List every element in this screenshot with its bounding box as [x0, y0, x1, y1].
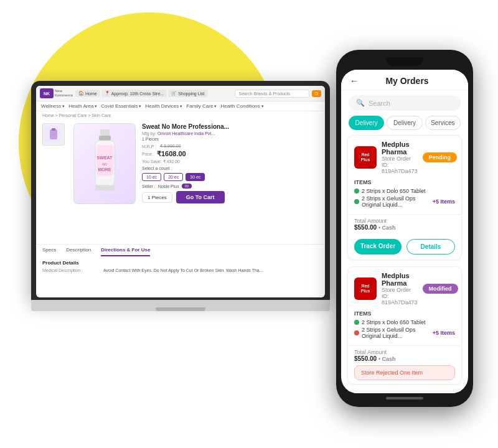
- store-info-2: Medplus Pharma Store Order ID: 819Ah7Da4…: [382, 272, 418, 306]
- browser-search[interactable]: Search Brands & Products: [235, 90, 309, 98]
- qty-20[interactable]: 20 ec: [164, 173, 183, 181]
- breadcrumb: Home > Personal Care > Skin Care: [36, 111, 325, 119]
- phone-search-bar[interactable]: 🔍 Search: [349, 95, 461, 111]
- item-dot-green: [354, 189, 359, 194]
- laptop-base: [31, 300, 330, 311]
- track-order-button[interactable]: Track Order: [354, 239, 402, 254]
- more-items-2: +5 Items: [433, 330, 455, 336]
- manufacturer-link[interactable]: Omron Healthcare India Pvt...: [157, 131, 215, 136]
- cart-row: 1 Pieces Go To Cart: [142, 191, 319, 203]
- product-thumbnails: [42, 123, 67, 240]
- phone-home-indicator: [341, 397, 468, 399]
- browser-action-btn[interactable]: O: [312, 90, 321, 97]
- seller-badge: 02: [182, 184, 192, 189]
- nav-health-conditions[interactable]: Health Conditions ▾: [220, 103, 263, 109]
- qty-dropdown[interactable]: 1 Pieces: [142, 192, 172, 203]
- browser-tab-home[interactable]: 🏠 Home: [75, 90, 100, 97]
- search-placeholder: Search: [369, 100, 390, 107]
- logo-box: NK: [40, 88, 54, 98]
- qty-selector[interactable]: 10 ec 20 ec 30 ec: [142, 173, 319, 181]
- med-description-row: Medical Description : Avoid Contact With…: [42, 268, 319, 273]
- nav-family-care[interactable]: Family Care ▾: [186, 103, 217, 109]
- store-rejected-bar: Store Rejected One Item: [354, 365, 455, 380]
- phone-header: ← My Orders: [341, 70, 468, 90]
- product-main-image: SWEAT NO MORE ♡: [73, 123, 136, 204]
- chevron-down-icon: ▾: [139, 104, 141, 109]
- laptop-screen: NK NewKommerce 🏠 Home 📍 Approxp, 10th Cr…: [36, 86, 325, 297]
- order-filter-tabs[interactable]: Delivery Delivery Services: [349, 116, 461, 130]
- order-card-1-header: RedPlus Medplus Pharma Store Order ID: 8…: [348, 136, 461, 179]
- tab-directions[interactable]: Directions & For Use: [101, 247, 150, 256]
- qty-10[interactable]: 10 ec: [142, 173, 161, 181]
- browser-tab-shopping[interactable]: 🛒 Shopping List: [168, 90, 207, 97]
- item-text-1-1: 2 Strips x Dolo 650 Tablet: [362, 188, 425, 194]
- phone-outer-shell: ← My Orders 🔍 Search Delivery Delivery S…: [336, 50, 473, 407]
- product-tabs: Specs Description Directions & For Use: [36, 244, 325, 256]
- nav-bar: Wellness ▾ Heath Area ▾ Covid Essentials…: [36, 101, 325, 111]
- original-price: ₹ 9,990.00: [160, 144, 181, 149]
- current-price-row: Price: ₹1608.00: [142, 150, 319, 158]
- total-section-1: Total Amount $550.00 • Cash: [348, 215, 461, 234]
- nav-wellness[interactable]: Wellness ▾: [41, 103, 65, 109]
- wishlist-icon[interactable]: ♡: [125, 128, 131, 136]
- item-dot-green-2: [354, 199, 359, 204]
- chevron-down-icon: ▾: [261, 104, 264, 109]
- item-text-1-2: 2 Strips x Gelusil Ops Original Liquid..…: [362, 195, 430, 208]
- laptop-screen-border: NK NewKommerce 🏠 Home 📍 Approxp, 10th Cr…: [31, 81, 330, 300]
- items-label-2: ITEMS: [354, 310, 455, 317]
- store-logo-2: RedPlus: [354, 278, 377, 300]
- order-status-2: Modified: [423, 284, 458, 294]
- order-card-1: RedPlus Medplus Pharma Store Order ID: 8…: [347, 135, 462, 260]
- svg-text:NO: NO: [102, 162, 107, 166]
- item-dot-green-3: [354, 320, 359, 325]
- item-row-1-2: 2 Strips x Gelusil Ops Original Liquid..…: [354, 195, 455, 208]
- total-label-2: Total Amount: [354, 349, 455, 355]
- order-actions-1: Track Order Details: [348, 234, 461, 259]
- item-row-2-2: 2 Strips x Gelusil Ops Original Liquid..…: [354, 327, 455, 339]
- order-items-1: ITEMS 2 Strips x Dolo 650 Tablet 2 Strip…: [348, 179, 461, 215]
- chevron-down-icon: ▾: [180, 104, 182, 109]
- order-items-2: ITEMS 2 Strips x Dolo 650 Tablet 2 Strip…: [348, 310, 461, 346]
- nav-health-area[interactable]: Heath Area ▾: [68, 103, 97, 109]
- store-name-2: Medplus Pharma: [382, 272, 418, 287]
- total-amount-2: $550.00 • Cash: [354, 355, 455, 362]
- product-info: Sweat No More Professiona... Mfg by: Omr…: [142, 123, 319, 240]
- phone-device: ← My Orders 🔍 Search Delivery Delivery S…: [336, 50, 473, 407]
- tab-delivery-active[interactable]: Delivery: [349, 116, 384, 130]
- svg-rect-1: [50, 129, 57, 139]
- product-manufacturer: Mfg by: Omron Healthcare India Pvt...: [142, 131, 319, 136]
- browser-tab-location[interactable]: 📍 Approxp, 10th Cross Stre...: [101, 90, 167, 97]
- back-button[interactable]: ←: [350, 76, 359, 86]
- nav-covid[interactable]: Covid Essentials ▾: [101, 103, 141, 109]
- svg-rect-2: [52, 128, 55, 131]
- phone-bottom-nav: ⌂ ⌕ 🛒 2 ⊞ 👤: [341, 391, 468, 393]
- chevron-down-icon: ▾: [95, 104, 97, 109]
- phone-notch: [386, 57, 423, 66]
- tab-specs[interactable]: Specs: [42, 247, 56, 256]
- chevron-down-icon: ▾: [214, 104, 217, 109]
- tab-services[interactable]: Services: [425, 116, 461, 130]
- product-thumb-1[interactable]: [42, 123, 65, 146]
- tab-delivery[interactable]: Delivery: [387, 116, 422, 130]
- price-label: Price:: [142, 152, 153, 156]
- store-info-1: Medplus Pharma Store Order ID: 819Ah7Da4…: [382, 141, 418, 174]
- go-to-cart-button[interactable]: Go To Cart: [176, 191, 225, 203]
- product-title: Sweat No More Professiona...: [142, 123, 319, 130]
- details-button[interactable]: Details: [406, 239, 455, 254]
- phone-notch-area: [341, 57, 468, 66]
- product-details-section: Product Details Medical Description : Av…: [36, 256, 325, 276]
- browser-tabs[interactable]: 🏠 Home 📍 Approxp, 10th Cross Stre... 🛒 S…: [75, 90, 232, 97]
- tab-description[interactable]: Description: [66, 247, 91, 256]
- browser-bar: NK NewKommerce 🏠 Home 📍 Approxp, 10th Cr…: [36, 86, 325, 101]
- seller-name: Noble Plus: [158, 184, 179, 189]
- item-row-1-1: 2 Strips x Dolo 650 Tablet: [354, 188, 455, 194]
- total-label-1: Total Amount: [354, 218, 455, 224]
- order-status-1: Pending: [423, 152, 458, 162]
- items-label-1: ITEMS: [354, 179, 455, 185]
- nav-health-devices[interactable]: Health Devices ▾: [145, 103, 182, 109]
- seller-row: Seller : Noble Plus 02: [142, 184, 319, 189]
- mrp-label: M.R.P :: [142, 144, 156, 149]
- laptop-device: NK NewKommerce 🏠 Home 📍 Approxp, 10th Cr…: [31, 81, 330, 311]
- svg-rect-10: [95, 185, 115, 190]
- qty-30[interactable]: 30 ec: [186, 173, 205, 181]
